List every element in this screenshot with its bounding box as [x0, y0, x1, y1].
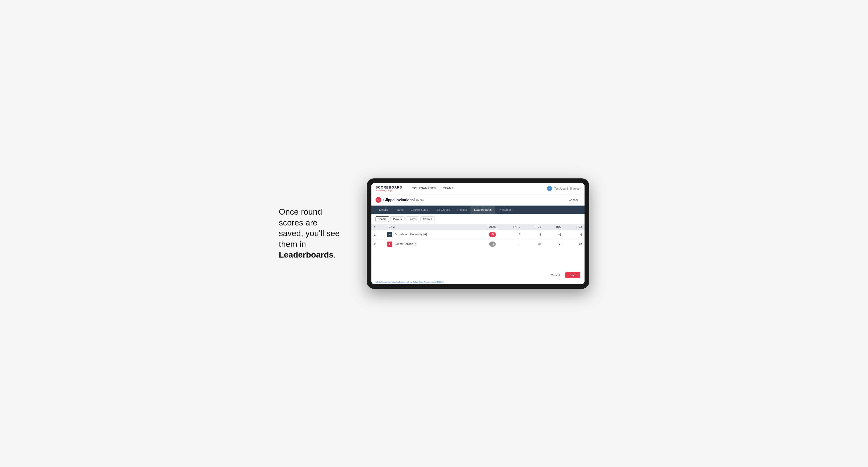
row1-total: -5	[471, 230, 498, 240]
description-bold: Leaderboards	[279, 250, 334, 259]
tab-printables[interactable]: Printables	[495, 206, 515, 214]
nav-teams[interactable]: TEAMS	[439, 183, 457, 194]
table-header-row: # TEAM TOTAL THRU RD1 RD2 RD3	[371, 224, 585, 230]
team2-name: Clippd College [A]	[395, 242, 417, 245]
sign-out-link[interactable]: Sign out	[570, 187, 580, 190]
logo-text: SCOREBOARD	[376, 185, 402, 189]
team1-name: Scoreboard University [A]	[395, 232, 427, 236]
table-row: 1 SU Scoreboard University [A] -5 F -4 +…	[371, 230, 585, 240]
tournament-subtitle: (Men)	[416, 198, 424, 201]
tab-leaderboards[interactable]: Leaderboards	[470, 206, 495, 214]
logo-area: SCOREBOARD Powered by clippd	[376, 185, 402, 192]
row2-rd1: +8	[523, 239, 544, 249]
tournament-title: Clippd Invitational	[383, 198, 414, 202]
team2-logo: C	[387, 242, 392, 247]
description-line4: them in	[279, 240, 306, 249]
user-avatar: S	[547, 186, 552, 191]
bottom-bar: Cancel Save	[371, 270, 585, 280]
leaderboard-table-container: # TEAM TOTAL THRU RD1 RD2 RD3 1	[371, 224, 585, 249]
row1-rd1: -4	[523, 230, 544, 240]
page-wrapper: Once round scores are saved, you'll see …	[279, 179, 589, 289]
table-row: 2 C Clippd College [A] +3 F +8 -8 +3	[371, 239, 585, 249]
col-rd1: RD1	[523, 224, 544, 230]
col-rd3: RD3	[564, 224, 585, 230]
row1-rank: 1	[371, 230, 384, 240]
row2-thru: F	[498, 239, 523, 249]
sub-tabs: Details Teams Course Setup Tee Groups Re…	[371, 206, 585, 214]
tab-course-setup[interactable]: Course Setup	[407, 206, 432, 214]
tab-tee-groups[interactable]: Tee Groups	[432, 206, 454, 214]
nav-tournaments[interactable]: TOURNAMENTS	[409, 183, 439, 194]
description-line2: scores are	[279, 218, 317, 227]
row2-team: C Clippd College [A]	[384, 239, 472, 249]
col-total: TOTAL	[471, 224, 498, 230]
row1-thru: F	[498, 230, 523, 240]
nav-right: S Test User | Sign out	[547, 186, 580, 191]
col-rank: #	[371, 224, 384, 230]
col-thru: THRU	[498, 224, 523, 230]
score-badge-gray: +3	[489, 242, 496, 247]
tournament-icon: C	[376, 197, 381, 203]
filter-teams[interactable]: Teams	[376, 216, 389, 222]
description-line1: Once round	[279, 207, 322, 216]
top-nav: SCOREBOARD Powered by clippd TOURNAMENTS…	[371, 183, 585, 194]
row2-rd2: -8	[544, 239, 564, 249]
leaderboard-table: # TEAM TOTAL THRU RD1 RD2 RD3 1	[371, 224, 585, 249]
logo-powered: Powered by clippd	[376, 189, 402, 192]
filter-scores[interactable]: Scores	[406, 216, 419, 222]
row2-rank: 2	[371, 239, 384, 249]
description-period: .	[334, 250, 336, 259]
description-line3: saved, you'll see	[279, 228, 340, 238]
team1-logo: SU	[387, 232, 392, 237]
url-text: https://stage-blue-coach.stagescoreboard…	[376, 281, 443, 283]
tab-details[interactable]: Details	[376, 206, 392, 214]
tournament-cancel-button[interactable]: Cancel ×	[569, 198, 580, 201]
close-icon: ×	[579, 198, 580, 201]
col-team: TEAM	[384, 224, 472, 230]
tab-teams[interactable]: Teams	[392, 206, 407, 214]
tournament-header: C Clippd Invitational (Men) Cancel ×	[371, 194, 585, 206]
row2-total: +3	[471, 239, 498, 249]
filter-strokes[interactable]: Strokes	[420, 216, 435, 222]
filter-row: Teams Players Scores Strokes	[371, 214, 585, 224]
url-bar: https://stage-blue-coach.stagescoreboard…	[371, 280, 585, 284]
score-badge-red: -5	[489, 232, 496, 237]
col-rd2: RD2	[544, 224, 564, 230]
tab-results[interactable]: Results	[454, 206, 470, 214]
content-spacer	[371, 249, 585, 270]
save-button[interactable]: Save	[565, 272, 580, 278]
user-name: Test User |	[554, 187, 568, 190]
cancel-button[interactable]: Cancel	[547, 272, 563, 278]
row2-rd3: +3	[564, 239, 585, 249]
row1-rd2: +5	[544, 230, 564, 240]
row1-rd3: -6	[564, 230, 585, 240]
tablet-screen: SCOREBOARD Powered by clippd TOURNAMENTS…	[371, 183, 585, 284]
tablet-device: SCOREBOARD Powered by clippd TOURNAMENTS…	[367, 179, 589, 289]
left-description: Once round scores are saved, you'll see …	[279, 207, 351, 260]
filter-players[interactable]: Players	[390, 216, 404, 222]
nav-links: TOURNAMENTS TEAMS	[409, 183, 547, 194]
row1-team: SU Scoreboard University [A]	[384, 230, 472, 240]
